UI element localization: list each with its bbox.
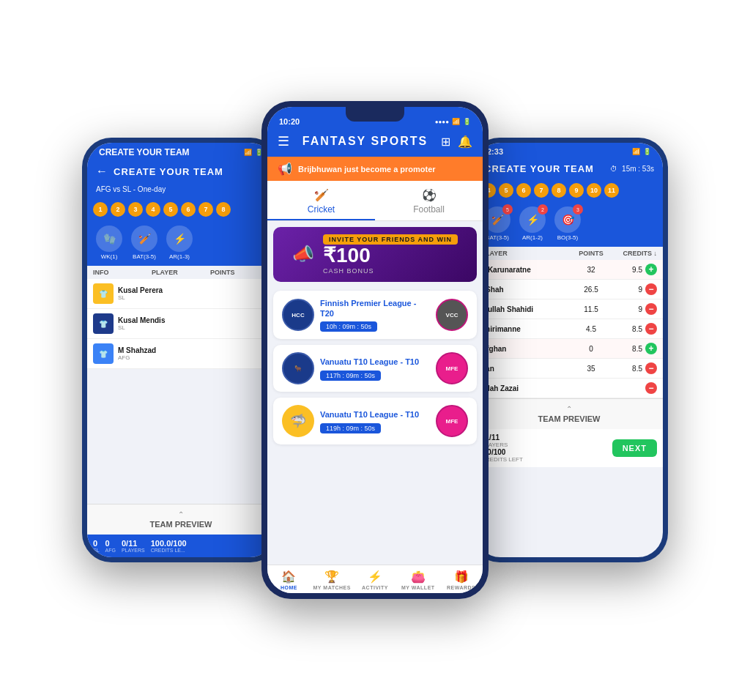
r-cval-3: 9 <box>638 305 642 313</box>
position-bat: 🏏 BAT(3-5) <box>131 226 157 260</box>
position-wk: 🧤 WK(1) <box>96 226 122 260</box>
r-player-name-5: Afghan <box>481 345 569 353</box>
right-status-bar: 2:33 📶🔋 <box>475 143 663 157</box>
r-player-row-5[interactable]: Afghan 0 8.5 + <box>475 339 663 359</box>
left-positions: 🧤 WK(1) 🏏 BAT(3-5) ⚡ AR(1-3) <box>87 223 275 266</box>
app-title: FANTASY SPORTS <box>302 135 428 148</box>
r-player-row-4[interactable]: Thirimanne 4.5 8.5 − <box>475 319 663 339</box>
r-slot-10[interactable]: 10 <box>587 183 601 198</box>
r-bat-badge: 5 <box>502 204 513 215</box>
r-player-row-3[interactable]: atullah Shahidi 11.5 9 − <box>475 299 663 319</box>
wk-label: WK(1) <box>101 253 118 260</box>
left-player-row-2[interactable]: 👕 Kusal Mendis SL <box>87 309 275 339</box>
nav-home[interactable]: 🏠 HOME <box>267 570 311 590</box>
r-player-points-2: 26.5 <box>569 286 613 294</box>
tab-cricket[interactable]: 🏏 Cricket <box>267 181 375 220</box>
right-positions: 🏏 5 BAT(3-5) ⚡ 2 AR(1-2) <box>475 204 663 247</box>
nav-activity[interactable]: ⚡ ACTIVITY <box>354 570 397 590</box>
r-add-btn-5[interactable]: + <box>645 343 657 354</box>
right-status-icons: 📶🔋 <box>632 148 651 155</box>
next-button[interactable]: NEXT <box>612 439 657 457</box>
match-title-2: Vanuatu T10 League - T10 <box>320 357 430 367</box>
r-add-btn-1[interactable]: + <box>645 264 657 275</box>
r-slot-5[interactable]: 5 <box>499 183 513 198</box>
promo-banner[interactable]: 📢 Brijbhuwan just become a promoter <box>267 157 483 181</box>
r-slot-9[interactable]: 9 <box>569 183 584 198</box>
slot-7[interactable]: 7 <box>198 202 213 217</box>
r-remove-btn-4[interactable]: − <box>645 323 657 335</box>
r-col-points: POINTS <box>569 250 613 257</box>
slot-8[interactable]: 8 <box>216 202 231 217</box>
match-title-3: Vanuatu T10 League - T10 <box>320 409 430 420</box>
player-name-2: Kusal Mendis <box>118 316 269 324</box>
player-team-3: AFG <box>118 354 269 361</box>
r-remove-btn-7[interactable]: − <box>645 382 657 394</box>
trophy-icon: 🏆 <box>324 570 339 584</box>
nav-my-matches[interactable]: 🏆 MY MATCHES <box>311 570 354 590</box>
stat-players-label: PLAYERS <box>122 548 145 553</box>
r-slot-11[interactable]: 11 <box>604 183 619 198</box>
right-header-timer: ⏱ 15m : 53s <box>610 165 654 173</box>
left-page-title: CREATE YOUR TEAM <box>114 166 223 177</box>
stat-afg-val: 0 <box>105 539 116 548</box>
right-table-header: PLAYER POINTS CREDITS ↓ <box>475 247 663 260</box>
slot-2[interactable]: 2 <box>111 202 125 217</box>
slot-5[interactable]: 5 <box>163 202 178 217</box>
left-time: CREATE YOUR TEAM <box>99 147 190 157</box>
slot-1[interactable]: 1 <box>93 202 108 217</box>
nav-wallet[interactable]: 👛 MY WALLET <box>396 570 439 590</box>
left-player-row-3[interactable]: 👕 M Shahzad AFG <box>87 339 275 369</box>
notch <box>346 107 404 122</box>
invite-banner[interactable]: 📣 INVITE YOUR FRIENDS AND WIN ₹100 CASH … <box>273 227 477 282</box>
football-label: Football <box>413 204 445 215</box>
match-info-2: Vanuatu T10 League - T10 117h : 09m : 50… <box>320 357 430 380</box>
qr-icon[interactable]: ⊞ <box>441 135 450 149</box>
home-label: HOME <box>281 585 297 590</box>
right-team-preview[interactable]: ⌃ TEAM PREVIEW <box>475 398 663 429</box>
stat-sl-label: SL <box>93 548 100 553</box>
r-col-player: PLAYER <box>481 250 569 257</box>
ar-label: AR(1-3) <box>169 253 190 260</box>
stat-sl: 0 SL <box>93 539 100 553</box>
r-player-name-7: ullah Zazai <box>481 384 569 392</box>
rewards-label: REWARDS <box>447 585 475 590</box>
r-remove-btn-3[interactable]: − <box>645 303 657 315</box>
stat-afg: 0 AFG <box>105 539 116 553</box>
left-slots: 1 2 3 4 5 6 7 8 <box>87 199 275 223</box>
r-remove-btn-2[interactable]: − <box>645 283 657 295</box>
r-remove-btn-6[interactable]: − <box>645 362 657 374</box>
r-ar-badge: 2 <box>538 204 548 215</box>
slot-4[interactable]: 4 <box>146 202 160 217</box>
stat-players-val: 0/11 <box>122 539 145 548</box>
player-avatar-1: 👕 <box>93 283 114 304</box>
slot-3[interactable]: 3 <box>128 202 143 217</box>
slot-6[interactable]: 6 <box>181 202 196 217</box>
left-team-preview[interactable]: ⌃ TEAM PREVIEW <box>87 504 275 535</box>
player-info-1: Kusal Perera SL <box>118 286 260 301</box>
r-slot-7[interactable]: 7 <box>534 183 549 198</box>
r-player-row-2[interactable]: t Shah 26.5 9 − <box>475 280 663 299</box>
r-slot-6[interactable]: 6 <box>516 183 531 198</box>
r-slot-8[interactable]: 8 <box>552 183 566 198</box>
cricket-icon: 🏏 <box>314 188 329 202</box>
match-card-1[interactable]: HCC Finnish Premier League - T20 10h : 0… <box>273 291 477 340</box>
back-icon[interactable]: ← <box>96 165 108 178</box>
menu-icon[interactable]: ☰ <box>278 133 289 149</box>
r-player-name-3: atullah Shahidi <box>481 305 569 313</box>
team-logo-hcc: HCC <box>282 299 314 331</box>
nav-rewards[interactable]: 🎁 REWARDS <box>439 570 483 590</box>
r-ar-label: AR(1-2) <box>522 234 543 241</box>
stat-credits-val: 100.0/100 <box>151 539 187 548</box>
match-card-2[interactable]: 🐂 Vanuatu T10 League - T10 117h : 09m : … <box>273 345 477 392</box>
rewards-icon: 🎁 <box>454 570 469 584</box>
left-player-row-1[interactable]: 👕 Kusal Perera SL 1 <box>87 279 275 309</box>
left-status-bar: CREATE YOUR TEAM 📶🔋 <box>87 143 275 159</box>
match-card-3[interactable]: 🦈 Vanuatu T10 League - T10 119h : 09m : … <box>273 398 477 444</box>
r-player-row-7[interactable]: ullah Zazai − <box>475 379 663 398</box>
right-time: 2:33 <box>487 147 503 156</box>
r-player-row-1[interactable]: h Karunaratne 32 9.5 + <box>475 260 663 280</box>
bell-icon[interactable]: 🔔 <box>458 135 472 149</box>
center-phone: 10:20 ●●●● 📶 🔋 ☰ FANTASY SPORTS ⊞ 🔔 <box>261 101 489 599</box>
r-player-row-6[interactable]: han 35 8.5 − <box>475 359 663 379</box>
tab-football[interactable]: ⚽ Football <box>375 181 483 220</box>
